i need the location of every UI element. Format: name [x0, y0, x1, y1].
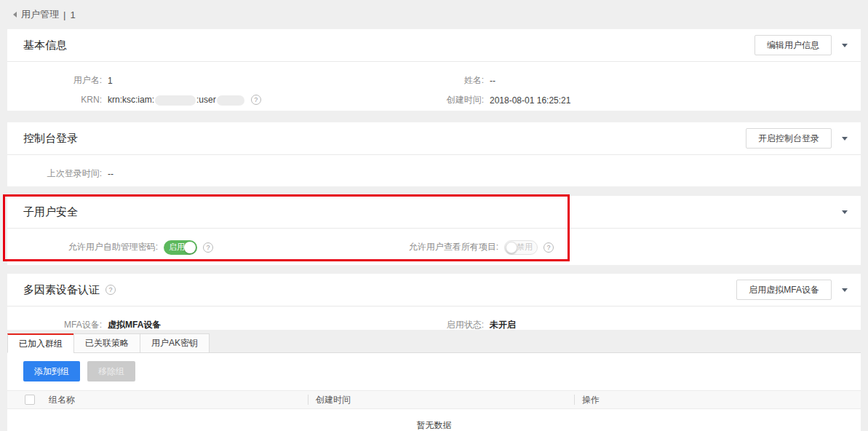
column-group-name: 组名称 — [49, 394, 75, 406]
column-actions: 操作 — [574, 395, 861, 405]
tab-bar: 已加入群组 已关联策略 用户AK密钥 — [7, 333, 861, 353]
sub-user-security-section: 子用户安全 允许用户自助管理密码: 启用 ? 允许用户查看所有项目: 禁用 ? — [7, 196, 861, 265]
help-icon[interactable]: ? — [251, 95, 261, 105]
self-manage-password-toggle[interactable]: 启用 — [164, 240, 197, 255]
chevron-down-icon[interactable] — [842, 137, 848, 141]
last-login-value: -- — [108, 169, 114, 179]
self-manage-password-label: 允许用户自助管理密码: — [23, 241, 158, 253]
mfa-status-value: 未开启 — [490, 319, 516, 331]
back-arrow-icon[interactable] — [13, 12, 17, 17]
mfa-title: 多因素设备认证 — [23, 283, 100, 297]
tab-user-ak-keys[interactable]: 用户AK密钥 — [140, 333, 210, 353]
mfa-section: 多因素设备认证 ? 启用虚拟MFA设备 MFA设备: 虚拟MFA设备 启用状态:… — [7, 274, 861, 330]
chevron-down-icon[interactable] — [842, 44, 848, 47]
redacted-account-id — [155, 95, 196, 106]
breadcrumb-separator: | — [63, 9, 65, 20]
sub-user-security-title: 子用户安全 — [23, 205, 78, 219]
basic-info-title: 基本信息 — [23, 39, 67, 52]
basic-info-section: 基本信息 编辑用户信息 用户名: 1 姓名: -- KRN: krn:ksc:i… — [7, 29, 861, 111]
tab-joined-groups[interactable]: 已加入群组 — [7, 333, 74, 353]
chevron-down-icon[interactable] — [842, 288, 848, 292]
help-icon[interactable]: ? — [544, 242, 554, 253]
created-time-label: 创建时间: — [386, 94, 484, 106]
breadcrumb-username: 1 — [70, 9, 75, 20]
breadcrumb-title[interactable]: 用户管理 — [21, 8, 59, 21]
mfa-device-value: 虚拟MFA设备 — [108, 319, 161, 331]
breadcrumb: 用户管理 | 1 — [0, 0, 868, 29]
krn-value: krn:ksc:iam::user — [108, 95, 245, 106]
mfa-device-label: MFA设备: — [23, 319, 102, 331]
help-icon[interactable]: ? — [105, 285, 116, 295]
console-login-title: 控制台登录 — [23, 132, 78, 146]
name-label: 姓名: — [386, 74, 484, 87]
edit-user-button[interactable]: 编辑用户信息 — [754, 35, 832, 55]
krn-label: KRN: — [23, 95, 102, 105]
view-all-projects-label: 允许用户查看所有项目: — [386, 241, 498, 253]
toggle-knob — [506, 242, 517, 253]
add-to-group-button[interactable]: 添加到组 — [23, 361, 80, 381]
username-label: 用户名: — [23, 74, 102, 87]
toggle-knob — [184, 242, 196, 253]
username-value: 1 — [108, 76, 113, 86]
empty-state-text: 暂无数据 — [7, 409, 861, 431]
enable-virtual-mfa-button[interactable]: 启用虚拟MFA设备 — [736, 280, 832, 300]
table-header-row: 组名称 创建时间 操作 — [7, 390, 861, 409]
select-all-checkbox[interactable] — [25, 395, 35, 405]
view-all-projects-toggle[interactable]: 禁用 — [504, 240, 538, 255]
created-time-value: 2018-08-01 16:25:21 — [490, 95, 570, 106]
redacted-user-id — [217, 95, 244, 106]
group-toolbar: 添加到组 移除组 — [7, 353, 861, 381]
chevron-down-icon[interactable] — [842, 210, 848, 214]
remove-from-group-button[interactable]: 移除组 — [87, 361, 135, 381]
joined-groups-panel: 添加到组 移除组 组名称 创建时间 操作 暂无数据 — [7, 353, 861, 431]
tab-attached-policies[interactable]: 已关联策略 — [73, 333, 140, 353]
help-icon[interactable]: ? — [203, 242, 213, 253]
column-created-time: 创建时间 — [308, 395, 574, 405]
name-value: -- — [490, 76, 495, 86]
enable-console-login-button[interactable]: 开启控制台登录 — [746, 128, 832, 149]
console-login-section: 控制台登录 开启控制台登录 上次登录时间: -- — [7, 122, 861, 186]
mfa-status-label: 启用状态: — [386, 319, 484, 331]
last-login-label: 上次登录时间: — [23, 167, 102, 180]
